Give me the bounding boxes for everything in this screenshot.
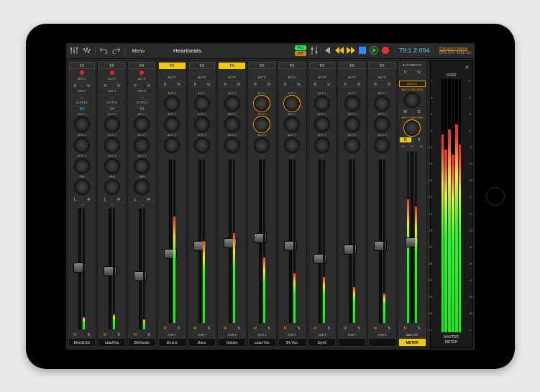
aux-knob[interactable] [314,137,330,153]
solo-button[interactable]: S [173,325,186,332]
write-button[interactable]: W [352,81,365,87]
auto-button[interactable]: AUTO [69,76,96,82]
stop-button[interactable] [358,46,367,55]
play-button[interactable] [370,46,378,55]
sample-rate-badge[interactable]: 44.1 [295,45,306,50]
solo-button[interactable]: S [112,332,125,338]
mute-button[interactable]: M [369,325,382,332]
aux-knob[interactable] [314,117,330,132]
auto-button[interactable]: AUTO [339,75,365,81]
pan-right-button[interactable]: R [112,196,125,202]
aux-knob[interactable] [104,117,120,132]
meter-toggle-button[interactable]: METER [399,339,426,346]
fx-button[interactable]: FX [279,63,306,69]
pan-left-button[interactable]: L [99,196,111,202]
mute-button[interactable]: M [339,325,352,332]
mute-button[interactable]: M [399,325,412,332]
mute-button[interactable]: M [309,325,322,332]
aux-knob[interactable] [224,137,240,153]
master-fader[interactable] [399,150,426,324]
auto-button[interactable]: AUTO [189,75,216,81]
channel-name[interactable]: Synth [309,339,336,346]
aux-knob[interactable] [194,96,210,111]
aux-knob[interactable] [164,137,180,153]
aux-knob[interactable] [74,137,90,153]
fader[interactable] [189,158,216,324]
aux-knob[interactable] [74,117,90,132]
solo-button[interactable]: S [262,325,275,332]
channel-name[interactable]: Bk Voc [279,339,306,346]
mute-button[interactable]: M [99,332,111,338]
aux-knob[interactable] [284,96,300,111]
read-button[interactable]: R [69,83,82,88]
pan-right-button[interactable]: R [142,196,155,202]
write-button[interactable]: W [112,83,125,88]
read-button[interactable]: R [249,81,262,87]
aux-fx-button[interactable]: AUX FX [399,81,426,87]
aux-knob[interactable] [284,137,300,153]
write-button[interactable]: W [82,83,95,88]
fader[interactable] [249,158,275,324]
fx-button[interactable]: FX [249,63,275,69]
aux-knob[interactable] [134,137,150,153]
fader[interactable] [219,158,245,324]
aux-knob[interactable] [224,117,240,132]
undo-icon[interactable] [99,45,109,55]
mute-button[interactable]: M [399,109,412,115]
fx-button[interactable]: FX [159,63,186,69]
aux-knob[interactable] [374,117,390,132]
auto-button[interactable]: AUTO [129,76,155,82]
pan-left-button[interactable]: L [129,196,142,202]
aux-knob[interactable] [164,117,180,132]
auto-button[interactable]: AUTO [279,75,306,81]
solo-button[interactable]: S [293,325,306,332]
mixer-icon[interactable] [69,45,79,55]
channel-name[interactable]: BkVocals [129,339,155,346]
record-button[interactable] [381,46,390,55]
fader[interactable] [369,158,395,324]
input-select[interactable]: — [129,94,155,100]
output-pair-button[interactable]: 3/4 [408,144,416,150]
auto-button[interactable]: AUTO [219,75,245,81]
pan-knob[interactable] [104,179,120,195]
write-button[interactable]: W [322,81,335,87]
aux2-return-knob[interactable] [404,120,420,136]
fx-button[interactable]: FX [339,63,365,69]
write-button[interactable]: W [383,81,395,87]
fader[interactable] [309,158,336,324]
aux-knob[interactable] [374,137,390,153]
read-button[interactable]: R [309,81,322,87]
menu-button[interactable]: Menu [128,47,150,55]
fx-button[interactable]: FX [99,63,125,69]
auto-button[interactable]: AUTO [249,75,275,81]
pan-knob[interactable] [134,179,150,195]
read-button[interactable]: R [99,83,111,88]
read-button[interactable]: R [369,81,382,87]
auto-button[interactable]: AUTO [159,75,186,81]
read-button[interactable]: R [129,83,142,88]
aux-knob[interactable] [314,96,330,111]
fx-button[interactable]: FX [219,63,245,69]
fader[interactable] [339,158,365,324]
automation-label[interactable]: AUTOMATION [399,63,426,68]
solo-button[interactable]: S [413,109,426,115]
output-select[interactable]: S3 [69,106,96,111]
aux-knob[interactable] [254,137,270,153]
fader[interactable] [69,207,96,331]
rewind-button[interactable] [335,46,344,55]
read-button[interactable]: R [189,81,202,87]
record-arm-icon[interactable] [139,70,144,75]
output-pair-button[interactable]: 5/6 [417,144,426,150]
solo-button[interactable]: S [82,332,95,338]
aux-knob[interactable] [104,158,120,174]
mute-button[interactable]: M [279,325,292,332]
redo-icon[interactable] [111,45,122,55]
forward-button[interactable] [347,46,355,55]
channel-name[interactable]: Guitars [219,339,245,346]
aux-knob[interactable] [344,117,360,132]
solo-button[interactable]: S [413,137,426,143]
channel-name[interactable]: ElecGtr10 [69,339,96,346]
record-arm-icon[interactable] [80,70,84,75]
solo-button[interactable]: S [322,325,335,332]
auto-button[interactable]: AUTO [99,76,125,82]
